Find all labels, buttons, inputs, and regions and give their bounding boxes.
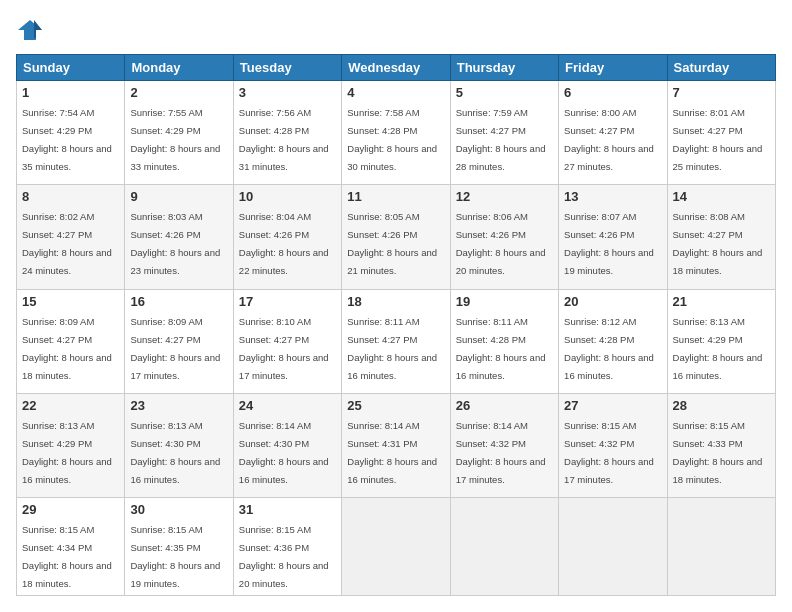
day-info: Sunrise: 8:08 AMSunset: 4:27 PMDaylight:… xyxy=(673,211,763,276)
day-cell-17: 17 Sunrise: 8:10 AMSunset: 4:27 PMDaylig… xyxy=(233,289,341,393)
day-info: Sunrise: 8:15 AMSunset: 4:34 PMDaylight:… xyxy=(22,524,112,589)
day-info: Sunrise: 8:01 AMSunset: 4:27 PMDaylight:… xyxy=(673,107,763,172)
day-number: 22 xyxy=(22,398,119,413)
day-info: Sunrise: 8:15 AMSunset: 4:32 PMDaylight:… xyxy=(564,420,654,485)
day-number: 21 xyxy=(673,294,770,309)
day-number: 18 xyxy=(347,294,444,309)
day-cell-30: 30 Sunrise: 8:15 AMSunset: 4:35 PMDaylig… xyxy=(125,498,233,596)
weekday-header-sunday: Sunday xyxy=(17,55,125,81)
day-cell-6: 6 Sunrise: 8:00 AMSunset: 4:27 PMDayligh… xyxy=(559,81,667,185)
day-number: 14 xyxy=(673,189,770,204)
day-info: Sunrise: 8:12 AMSunset: 4:28 PMDaylight:… xyxy=(564,316,654,381)
day-info: Sunrise: 8:11 AMSunset: 4:27 PMDaylight:… xyxy=(347,316,437,381)
day-cell-1: 1 Sunrise: 7:54 AMSunset: 4:29 PMDayligh… xyxy=(17,81,125,185)
day-cell-31: 31 Sunrise: 8:15 AMSunset: 4:36 PMDaylig… xyxy=(233,498,341,596)
day-number: 10 xyxy=(239,189,336,204)
day-cell-12: 12 Sunrise: 8:06 AMSunset: 4:26 PMDaylig… xyxy=(450,185,558,289)
day-number: 25 xyxy=(347,398,444,413)
day-cell-10: 10 Sunrise: 8:04 AMSunset: 4:26 PMDaylig… xyxy=(233,185,341,289)
day-info: Sunrise: 8:06 AMSunset: 4:26 PMDaylight:… xyxy=(456,211,546,276)
weekday-header-wednesday: Wednesday xyxy=(342,55,450,81)
logo-icon xyxy=(16,16,44,44)
day-cell-18: 18 Sunrise: 8:11 AMSunset: 4:27 PMDaylig… xyxy=(342,289,450,393)
day-number: 3 xyxy=(239,85,336,100)
day-info: Sunrise: 8:13 AMSunset: 4:30 PMDaylight:… xyxy=(130,420,220,485)
day-info: Sunrise: 8:00 AMSunset: 4:27 PMDaylight:… xyxy=(564,107,654,172)
day-info: Sunrise: 7:54 AMSunset: 4:29 PMDaylight:… xyxy=(22,107,112,172)
day-number: 20 xyxy=(564,294,661,309)
day-cell-8: 8 Sunrise: 8:02 AMSunset: 4:27 PMDayligh… xyxy=(17,185,125,289)
calendar-row-1: 1 Sunrise: 7:54 AMSunset: 4:29 PMDayligh… xyxy=(17,81,776,185)
weekday-header-row: SundayMondayTuesdayWednesdayThursdayFrid… xyxy=(17,55,776,81)
day-cell-20: 20 Sunrise: 8:12 AMSunset: 4:28 PMDaylig… xyxy=(559,289,667,393)
day-number: 6 xyxy=(564,85,661,100)
empty-cell xyxy=(450,498,558,596)
day-number: 4 xyxy=(347,85,444,100)
weekday-header-thursday: Thursday xyxy=(450,55,558,81)
day-cell-2: 2 Sunrise: 7:55 AMSunset: 4:29 PMDayligh… xyxy=(125,81,233,185)
header xyxy=(16,16,776,44)
day-cell-25: 25 Sunrise: 8:14 AMSunset: 4:31 PMDaylig… xyxy=(342,393,450,497)
day-cell-21: 21 Sunrise: 8:13 AMSunset: 4:29 PMDaylig… xyxy=(667,289,775,393)
day-number: 5 xyxy=(456,85,553,100)
day-info: Sunrise: 8:07 AMSunset: 4:26 PMDaylight:… xyxy=(564,211,654,276)
day-info: Sunrise: 8:14 AMSunset: 4:31 PMDaylight:… xyxy=(347,420,437,485)
calendar-row-3: 15 Sunrise: 8:09 AMSunset: 4:27 PMDaylig… xyxy=(17,289,776,393)
svg-marker-1 xyxy=(34,20,42,38)
day-number: 11 xyxy=(347,189,444,204)
day-number: 30 xyxy=(130,502,227,517)
day-cell-3: 3 Sunrise: 7:56 AMSunset: 4:28 PMDayligh… xyxy=(233,81,341,185)
weekday-header-friday: Friday xyxy=(559,55,667,81)
day-number: 16 xyxy=(130,294,227,309)
day-cell-14: 14 Sunrise: 8:08 AMSunset: 4:27 PMDaylig… xyxy=(667,185,775,289)
weekday-header-saturday: Saturday xyxy=(667,55,775,81)
day-cell-5: 5 Sunrise: 7:59 AMSunset: 4:27 PMDayligh… xyxy=(450,81,558,185)
day-info: Sunrise: 8:03 AMSunset: 4:26 PMDaylight:… xyxy=(130,211,220,276)
day-number: 8 xyxy=(22,189,119,204)
day-cell-4: 4 Sunrise: 7:58 AMSunset: 4:28 PMDayligh… xyxy=(342,81,450,185)
day-cell-29: 29 Sunrise: 8:15 AMSunset: 4:34 PMDaylig… xyxy=(17,498,125,596)
day-info: Sunrise: 8:05 AMSunset: 4:26 PMDaylight:… xyxy=(347,211,437,276)
day-info: Sunrise: 8:04 AMSunset: 4:26 PMDaylight:… xyxy=(239,211,329,276)
empty-cell xyxy=(342,498,450,596)
day-info: Sunrise: 7:58 AMSunset: 4:28 PMDaylight:… xyxy=(347,107,437,172)
empty-cell xyxy=(667,498,775,596)
day-cell-11: 11 Sunrise: 8:05 AMSunset: 4:26 PMDaylig… xyxy=(342,185,450,289)
empty-cell xyxy=(559,498,667,596)
day-info: Sunrise: 8:13 AMSunset: 4:29 PMDaylight:… xyxy=(22,420,112,485)
calendar-row-5: 29 Sunrise: 8:15 AMSunset: 4:34 PMDaylig… xyxy=(17,498,776,596)
day-cell-24: 24 Sunrise: 8:14 AMSunset: 4:30 PMDaylig… xyxy=(233,393,341,497)
day-number: 26 xyxy=(456,398,553,413)
day-info: Sunrise: 8:14 AMSunset: 4:32 PMDaylight:… xyxy=(456,420,546,485)
day-info: Sunrise: 8:09 AMSunset: 4:27 PMDaylight:… xyxy=(22,316,112,381)
day-number: 28 xyxy=(673,398,770,413)
day-cell-27: 27 Sunrise: 8:15 AMSunset: 4:32 PMDaylig… xyxy=(559,393,667,497)
day-info: Sunrise: 7:59 AMSunset: 4:27 PMDaylight:… xyxy=(456,107,546,172)
day-cell-15: 15 Sunrise: 8:09 AMSunset: 4:27 PMDaylig… xyxy=(17,289,125,393)
day-info: Sunrise: 8:09 AMSunset: 4:27 PMDaylight:… xyxy=(130,316,220,381)
day-info: Sunrise: 7:55 AMSunset: 4:29 PMDaylight:… xyxy=(130,107,220,172)
day-cell-26: 26 Sunrise: 8:14 AMSunset: 4:32 PMDaylig… xyxy=(450,393,558,497)
day-info: Sunrise: 8:15 AMSunset: 4:33 PMDaylight:… xyxy=(673,420,763,485)
day-cell-22: 22 Sunrise: 8:13 AMSunset: 4:29 PMDaylig… xyxy=(17,393,125,497)
day-number: 29 xyxy=(22,502,119,517)
day-number: 24 xyxy=(239,398,336,413)
weekday-header-monday: Monday xyxy=(125,55,233,81)
day-cell-16: 16 Sunrise: 8:09 AMSunset: 4:27 PMDaylig… xyxy=(125,289,233,393)
day-cell-13: 13 Sunrise: 8:07 AMSunset: 4:26 PMDaylig… xyxy=(559,185,667,289)
day-cell-19: 19 Sunrise: 8:11 AMSunset: 4:28 PMDaylig… xyxy=(450,289,558,393)
day-number: 15 xyxy=(22,294,119,309)
day-number: 19 xyxy=(456,294,553,309)
day-number: 7 xyxy=(673,85,770,100)
calendar-row-4: 22 Sunrise: 8:13 AMSunset: 4:29 PMDaylig… xyxy=(17,393,776,497)
day-info: Sunrise: 8:15 AMSunset: 4:35 PMDaylight:… xyxy=(130,524,220,589)
day-info: Sunrise: 8:10 AMSunset: 4:27 PMDaylight:… xyxy=(239,316,329,381)
day-info: Sunrise: 8:15 AMSunset: 4:36 PMDaylight:… xyxy=(239,524,329,589)
day-cell-28: 28 Sunrise: 8:15 AMSunset: 4:33 PMDaylig… xyxy=(667,393,775,497)
day-info: Sunrise: 8:13 AMSunset: 4:29 PMDaylight:… xyxy=(673,316,763,381)
day-info: Sunrise: 8:14 AMSunset: 4:30 PMDaylight:… xyxy=(239,420,329,485)
day-number: 13 xyxy=(564,189,661,204)
page: SundayMondayTuesdayWednesdayThursdayFrid… xyxy=(0,0,792,612)
weekday-header-tuesday: Tuesday xyxy=(233,55,341,81)
day-number: 9 xyxy=(130,189,227,204)
